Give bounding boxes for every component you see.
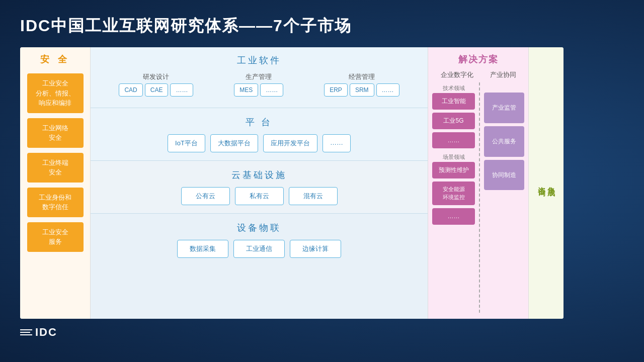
subsection-management: 经营管理 ERP SRM …… [324, 72, 399, 97]
sol-right-industry-monitor: 产业监管 [484, 93, 524, 123]
tag-erp: ERP [324, 83, 348, 97]
cloud-tags: 公有云 私有云 混有云 [99, 187, 420, 205]
solution-header-row: 企业数字化 产业协同 [432, 70, 524, 79]
sol-item-5g: 工业5G [432, 113, 475, 129]
platform-tags: IoT平台 大数据平台 应用开发平台 …… [99, 134, 420, 152]
subsection-label-production: 生产管理 [246, 72, 272, 81]
security-item-1: 工业安全分析、情报、响应和编排 [27, 73, 84, 113]
idc-line-1 [20, 329, 32, 330]
integration-column: 集成咨询 [528, 47, 564, 319]
sol-item-industrial-ai: 工业智能 [432, 93, 475, 110]
security-title: 安 全 [40, 53, 70, 65]
solution-col2-header: 产业协同 [490, 70, 516, 79]
subsection-production: 生产管理 MES …… [234, 72, 283, 97]
tag-platform-more: …… [323, 134, 351, 152]
iot-title: 设备物联 [99, 222, 420, 234]
sol-item-safety-env: 安全能源环境监控 [432, 182, 475, 205]
solution-divider [479, 82, 480, 313]
platform-title: 平 台 [99, 116, 420, 128]
tag-cad: CAD [119, 83, 142, 97]
idc-logo: IDC [20, 326, 57, 339]
page-title: IDC中国工业互联网研究体系——7个子市场 [20, 15, 624, 37]
tag-research-more: …… [170, 83, 193, 97]
security-item-3: 工业终端安全 [27, 153, 84, 183]
integration-label: 集成咨询 [537, 181, 556, 185]
solution-column: 解决方案 企业数字化 产业协同 技术领域 工业智能 工业5G …… 场景领域 预… [428, 47, 528, 319]
scene-label: 场景领域 [432, 153, 475, 161]
security-column: 安 全 工业安全分析、情报、响应和编排 工业网络安全 工业终端安全 工业身份和数… [20, 47, 91, 319]
iot-tags: 数据采集 工业通信 边缘计算 [99, 240, 420, 258]
cloud-section: 云基础设施 公有云 私有云 混有云 [91, 161, 428, 214]
research-tags: CAD CAE …… [119, 83, 193, 97]
security-item-4: 工业身份和数字信任 [27, 188, 84, 217]
tag-private-cloud: 私有云 [235, 187, 284, 205]
tag-edge-compute: 边缘计算 [290, 240, 341, 258]
middle-column: 工业软件 研发设计 CAD CAE …… 生产管理 MES [91, 47, 428, 319]
idc-line-3 [20, 334, 32, 335]
tag-industrial-comm: 工业通信 [233, 240, 285, 258]
security-item-5: 工业安全服务 [27, 222, 84, 252]
idc-logo-text: IDC [35, 326, 57, 339]
management-tags: ERP SRM …… [324, 83, 399, 97]
sol-item-predictive: 预测性维护 [432, 162, 475, 178]
tag-cae: CAE [145, 83, 169, 97]
sol-right-public-service: 公共服务 [484, 126, 524, 157]
idc-line-2 [20, 332, 30, 333]
tag-iot: IoT平台 [168, 134, 205, 152]
subsection-label-research: 研发设计 [143, 72, 169, 81]
tag-mes: MES [234, 83, 258, 97]
idc-logo-lines [20, 329, 32, 335]
solution-title: 解决方案 [432, 53, 524, 65]
sol-item-more1: …… [432, 132, 475, 149]
iot-section: 设备物联 数据采集 工业通信 边缘计算 [91, 214, 428, 319]
tag-production-more: …… [260, 83, 283, 97]
footer: IDC [20, 326, 624, 339]
tag-appdev: 应用开发平台 [263, 134, 317, 152]
industrial-software-section: 工业软件 研发设计 CAD CAE …… 生产管理 MES [91, 47, 428, 108]
production-tags: MES …… [234, 83, 283, 97]
tag-public-cloud: 公有云 [181, 187, 230, 205]
software-subsections: 研发设计 CAD CAE …… 生产管理 MES …… [99, 72, 420, 97]
security-item-2: 工业网络安全 [27, 118, 84, 148]
tag-management-more: …… [376, 83, 399, 97]
sol-right-collab-mfg: 协同制造 [484, 160, 524, 191]
solution-col1-header: 企业数字化 [441, 70, 473, 79]
tag-bigdata: 大数据平台 [210, 134, 258, 152]
sol-item-more2: …… [432, 208, 475, 225]
cloud-title: 云基础设施 [99, 169, 420, 181]
subsection-research: 研发设计 CAD CAE …… [119, 72, 193, 97]
platform-section: 平 台 IoT平台 大数据平台 应用开发平台 …… [91, 108, 428, 161]
tag-hybrid-cloud: 混有云 [289, 187, 338, 205]
industrial-software-title: 工业软件 [99, 54, 420, 66]
tag-srm: SRM [350, 83, 374, 97]
subsection-label-management: 经营管理 [349, 72, 375, 81]
tag-data-collect: 数据采集 [177, 240, 228, 258]
main-diagram: 安 全 工业安全分析、情报、响应和编排 工业网络安全 工业终端安全 工业身份和数… [20, 47, 564, 319]
tech-label: 技术领域 [432, 84, 475, 92]
